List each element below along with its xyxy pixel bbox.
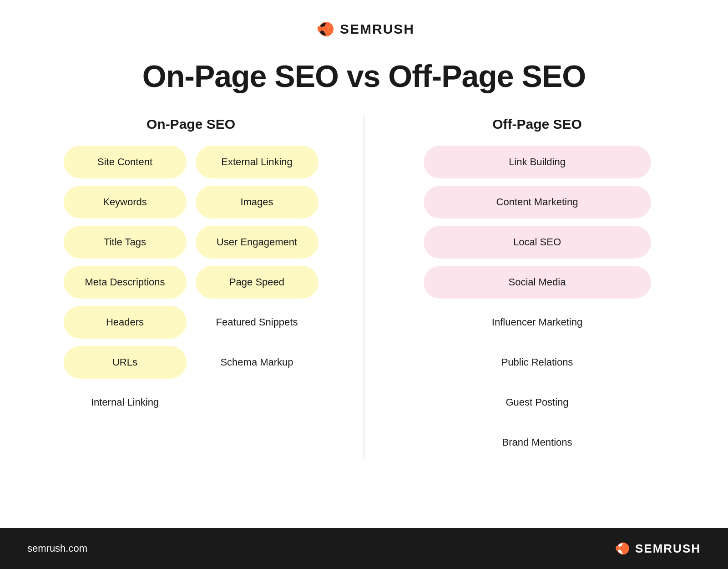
onpage-column-title: On-Page SEO: [147, 117, 235, 132]
main-content: SEMRUSH On-Page SEO vs Off-Page SEO On-P…: [0, 0, 728, 528]
page-title: On-Page SEO vs Off-Page SEO: [142, 58, 586, 94]
footer-url: semrush.com: [27, 543, 87, 554]
list-item: Title Tags: [64, 226, 187, 259]
onpage-left-col: Site Content Keywords Title Tags Meta De…: [64, 146, 187, 419]
list-item: Keywords: [64, 186, 187, 218]
footer: semrush.com SEMRUSH: [0, 528, 728, 569]
offpage-column: Off-Page SEO Link Building Content Marke…: [374, 117, 701, 459]
footer-logo: SEMRUSH: [612, 539, 701, 558]
footer-logo-text: SEMRUSH: [635, 542, 701, 556]
footer-logo-icon: [612, 539, 631, 558]
list-item: Meta Descriptions: [64, 266, 187, 299]
semrush-logo-icon: [313, 18, 335, 40]
list-item: URLs: [64, 346, 187, 379]
columns-wrapper: On-Page SEO Site Content Keywords Title …: [27, 117, 701, 459]
list-item: External Linking: [196, 146, 318, 178]
list-item: Content Marketing: [424, 186, 651, 218]
list-item: Brand Mentions: [424, 426, 651, 459]
list-item: Influencer Marketing: [424, 306, 651, 339]
list-item: Site Content: [64, 146, 187, 178]
list-item: Schema Markup: [196, 346, 318, 379]
list-item: Social Media: [424, 266, 651, 299]
list-item: Guest Posting: [424, 386, 651, 419]
onpage-right-col: External Linking Images User Engagement …: [196, 146, 318, 419]
list-item: Page Speed: [196, 266, 318, 299]
list-item: Headers: [64, 306, 187, 339]
onpage-cols: Site Content Keywords Title Tags Meta De…: [27, 146, 354, 419]
header-logo-text: SEMRUSH: [340, 21, 415, 37]
onpage-column: On-Page SEO Site Content Keywords Title …: [27, 117, 354, 459]
list-item: Link Building: [424, 146, 651, 178]
list-item: Local SEO: [424, 226, 651, 259]
list-item: Public Relations: [424, 346, 651, 379]
list-item: User Engagement: [196, 226, 318, 259]
offpage-column-title: Off-Page SEO: [492, 117, 582, 132]
list-item: Images: [196, 186, 318, 218]
logo-area: SEMRUSH: [313, 18, 415, 40]
column-divider: [364, 117, 364, 459]
offpage-col: Link Building Content Marketing Local SE…: [424, 146, 651, 459]
list-item: Internal Linking: [64, 386, 187, 419]
list-item: Featured Snippets: [196, 306, 318, 339]
